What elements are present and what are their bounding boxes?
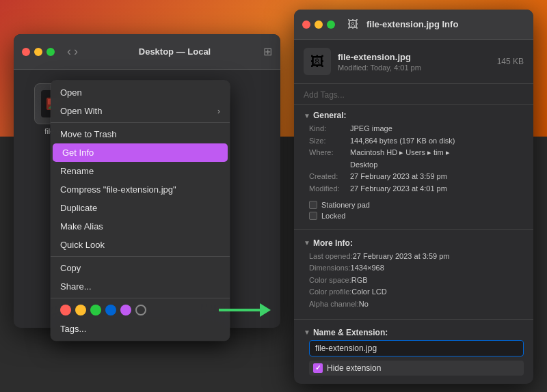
- info-alpha-channel-row: Alpha channel: No: [309, 298, 524, 311]
- cm-tags[interactable]: Tags...: [51, 320, 230, 338]
- green-arrow: [219, 303, 271, 317]
- cm-share[interactable]: Share...: [51, 277, 230, 296]
- stationery-checkbox[interactable]: [309, 201, 317, 209]
- info-created-row: Created: 27 February 2023 at 3:59 pm: [309, 171, 524, 183]
- cm-share-label: Share...: [60, 281, 92, 292]
- cm-rename[interactable]: Rename: [51, 162, 230, 180]
- info-fullscreen-button[interactable]: [327, 20, 335, 29]
- close-button[interactable]: [22, 48, 30, 56]
- color-tag-yellow[interactable]: [75, 305, 86, 316]
- cm-make-alias-label: Make Alias: [60, 221, 103, 232]
- cm-open-with-arrow: ›: [217, 107, 220, 116]
- created-value: 27 February 2023 at 3:59 pm: [350, 171, 524, 183]
- info-color-profile-row: Color profile: Color LCD: [309, 286, 524, 298]
- divider-2: [294, 319, 533, 320]
- info-body: ▼ General: Kind: JPEG image Size: 144,86…: [294, 105, 533, 384]
- dimensions-label: Dimensions:: [309, 262, 351, 275]
- fullscreen-button[interactable]: [46, 48, 55, 56]
- info-traffic-lights: [302, 20, 335, 29]
- view-toggle[interactable]: ⊞: [263, 45, 272, 58]
- color-tag-none[interactable]: [135, 305, 146, 316]
- cm-quick-look[interactable]: Quick Look: [51, 236, 230, 254]
- cm-copy[interactable]: Copy: [51, 259, 230, 277]
- more-info-section-title: More Info:: [313, 238, 353, 248]
- last-opened-label: Last opened:: [309, 251, 353, 263]
- nav-forward[interactable]: ›: [74, 44, 78, 59]
- info-tags-bar[interactable]: Add Tags...: [294, 84, 533, 105]
- cm-open-label: Open: [60, 87, 82, 98]
- cm-get-info-label: Get Info: [62, 148, 94, 158]
- created-label: Created:: [309, 171, 350, 183]
- info-file-icon: 🖼: [304, 48, 331, 75]
- last-opened-value: 27 February 2023 at 3:59 pm: [353, 251, 524, 263]
- locked-checkbox-row: Locked: [309, 210, 524, 221]
- size-value: 144,864 bytes (197 KB on disk): [350, 135, 524, 148]
- cm-open-with[interactable]: Open With ›: [51, 102, 230, 120]
- where-value: Macintosh HD ▸ Users ▸ tim ▸ Desktop: [350, 147, 524, 171]
- context-menu: Open Open With › Move to Trash Get Info …: [51, 81, 230, 341]
- modified-value: 27 February 2023 at 4:01 pm: [350, 183, 524, 195]
- color-tag-green[interactable]: [90, 305, 101, 316]
- info-tags-placeholder: Add Tags...: [304, 90, 345, 100]
- locked-checkbox[interactable]: [309, 212, 317, 220]
- info-file-icon-small: 🖼: [347, 18, 358, 31]
- cm-move-trash-label: Move to Trash: [60, 129, 116, 139]
- general-section-title: General:: [313, 111, 347, 120]
- cm-duplicate-label: Duplicate: [60, 203, 97, 213]
- cm-tags-label: Tags...: [60, 324, 86, 334]
- more-info-triangle: ▼: [304, 239, 310, 247]
- info-file-name: file-extension.jpg: [338, 52, 490, 62]
- info-file-modified: Modified: Today, 4:01 pm: [338, 64, 490, 72]
- cm-get-info[interactable]: Get Info: [53, 143, 228, 162]
- color-tag-red[interactable]: [60, 305, 71, 316]
- cm-rename-label: Rename: [60, 166, 94, 176]
- cm-duplicate[interactable]: Duplicate: [51, 199, 230, 217]
- finder-title: Desktop — Local: [92, 46, 258, 57]
- cm-make-alias[interactable]: Make Alias: [51, 217, 230, 236]
- locked-label: Locked: [321, 212, 345, 220]
- minimize-button[interactable]: [34, 48, 42, 56]
- cm-compress-label: Compress "file-extension.jpg": [60, 184, 176, 195]
- cm-quick-look-label: Quick Look: [60, 240, 105, 250]
- divider-1: [294, 229, 533, 230]
- info-modified-row: Modified: 27 February 2023 at 4:01 pm: [309, 183, 524, 195]
- hide-extension-label: Hide extension: [327, 363, 381, 373]
- info-header: 🖼 file-extension.jpg Modified: Today, 4:…: [294, 40, 533, 84]
- cm-move-trash[interactable]: Move to Trash: [51, 125, 230, 143]
- color-profile-value: Color LCD: [351, 286, 524, 298]
- info-last-opened-row: Last opened: 27 February 2023 at 3:59 pm: [309, 251, 524, 263]
- cm-sep-3: [51, 298, 230, 298]
- info-panel-title: file-extension.jpg Info: [366, 19, 458, 29]
- cm-compress[interactable]: Compress "file-extension.jpg": [51, 180, 230, 199]
- stationery-label: Stationery pad: [321, 201, 370, 209]
- color-tag-purple[interactable]: [120, 305, 131, 316]
- info-close-button[interactable]: [302, 20, 310, 29]
- info-size-row: Size: 144,864 bytes (197 KB on disk): [309, 135, 524, 148]
- name-ext-triangle: ▼: [304, 328, 310, 336]
- name-ext-section-title: Name & Extension:: [313, 328, 388, 337]
- info-file-meta: file-extension.jpg Modified: Today, 4:01…: [338, 52, 490, 72]
- cm-sep-1: [51, 122, 230, 123]
- stationery-row: Stationery pad Locked: [309, 199, 524, 221]
- nav-back[interactable]: ‹: [67, 44, 71, 59]
- traffic-lights: [22, 48, 55, 56]
- filename-input[interactable]: [309, 340, 524, 356]
- cm-sep-2: [51, 256, 230, 257]
- cm-open[interactable]: Open: [51, 83, 230, 102]
- name-ext-section-header[interactable]: ▼ Name & Extension:: [294, 322, 533, 340]
- info-file-size: 145 KB: [497, 57, 524, 66]
- alpha-channel-label: Alpha channel:: [309, 298, 359, 311]
- hide-extension-checkbox[interactable]: [313, 363, 323, 373]
- general-section-content: Kind: JPEG image Size: 144,864 bytes (19…: [294, 123, 533, 227]
- general-section-header[interactable]: ▼ General:: [294, 105, 533, 123]
- color-tag-blue[interactable]: [105, 305, 116, 316]
- info-color-space-row: Color space: RGB: [309, 275, 524, 287]
- modified-label: Modified:: [309, 183, 350, 195]
- more-info-section-content: Last opened: 27 February 2023 at 3:59 pm…: [294, 251, 533, 316]
- alpha-channel-value: No: [359, 298, 524, 311]
- cm-copy-label: Copy: [60, 263, 81, 273]
- more-info-section-header[interactable]: ▼ More Info:: [294, 233, 533, 251]
- dimensions-value: 1434×968: [351, 262, 524, 275]
- cm-open-with-label: Open With: [60, 106, 102, 116]
- info-minimize-button[interactable]: [315, 20, 323, 29]
